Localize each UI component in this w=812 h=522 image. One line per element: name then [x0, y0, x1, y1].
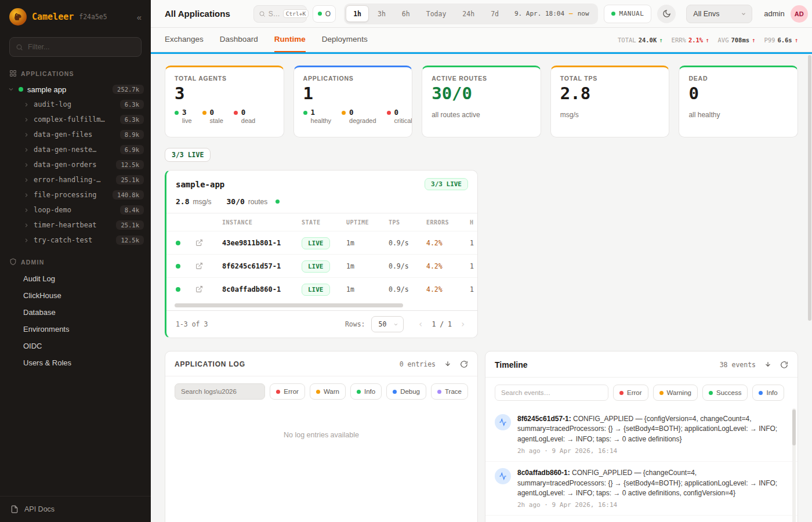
count-badge: 6.3k [120, 115, 144, 124]
environment-select[interactable]: All Envs [686, 5, 752, 23]
log-filter-chip[interactable]: Info [350, 383, 382, 400]
sidebar-collapse-button[interactable]: « [137, 13, 142, 21]
chevron-right-icon [23, 207, 30, 213]
sidebar-item-route[interactable]: complex-fulfillm… 6.3k [0, 112, 151, 127]
column-uptime: UPTIME [346, 219, 389, 226]
tab-runtime[interactable]: Runtime [274, 28, 306, 52]
table-row[interactable]: 8c0affadb860-1 LIVE 1m 0.9/s 4.2% 1 [166, 277, 477, 300]
metric-label: P99 [764, 37, 775, 44]
tab-exchanges[interactable]: Exchanges [165, 28, 204, 52]
status-dot-icon [202, 111, 206, 115]
sidebar-item-route[interactable]: error-handling-… 25.1k [0, 172, 151, 187]
timeline-filter-chip[interactable]: Warning [653, 385, 698, 401]
timeline-filter-chip[interactable]: Info [752, 385, 784, 401]
count-badge: 6.9k [120, 145, 144, 154]
time-range-3h[interactable]: 3h [370, 5, 393, 22]
sidebar-item-admin[interactable]: Users & Roles [0, 354, 151, 371]
log-filter-chip[interactable]: Debug [386, 383, 426, 400]
log-filter-chip[interactable]: Warn [310, 383, 346, 400]
timeline-filter-chip[interactable]: Error [613, 385, 648, 401]
sidebar-item-route[interactable]: file-processing 140.8k [0, 187, 151, 202]
timeline-event[interactable]: 43ee9811b801-1: CONFIG_APPLIED — {change… [485, 516, 798, 522]
timeline-scrollbar-thumb[interactable] [792, 409, 796, 445]
timeline-filter-label: Success [716, 389, 741, 396]
sidebar-item-api-docs[interactable]: API Docs [0, 496, 151, 522]
mini-stat-value: 0 [394, 108, 412, 117]
table-row[interactable]: 43ee9811b801-1 LIVE 1m 0.9/s 4.2% 1 [166, 231, 477, 254]
external-link-icon[interactable] [195, 239, 222, 246]
stat-card-dead: DEAD 0 all healthy [679, 66, 798, 137]
time-range-today[interactable]: Today [419, 5, 454, 22]
page-scrollbar-thumb[interactable] [808, 55, 811, 321]
timeline-filter-chip[interactable]: Success [702, 385, 748, 401]
horizontal-scrollbar [173, 303, 470, 307]
time-range-1h[interactable]: 1h [346, 5, 369, 22]
sidebar-item-admin[interactable]: OIDC [0, 338, 151, 354]
column-tps: TPS [389, 219, 426, 226]
severity-dot-icon [709, 391, 713, 395]
application-name[interactable]: sample-app [176, 180, 224, 189]
stat-card-total-tps: TOTAL TPS 2.8 msg/s [550, 66, 670, 137]
sidebar-item-sample-app[interactable]: sample app 252.7k [0, 82, 151, 97]
timeline-event[interactable]: 8f6245c61d57-1: CONFIG_APPLIED — {config… [485, 408, 798, 462]
user-avatar[interactable]: AD [791, 5, 808, 23]
sidebar-item-admin[interactable]: Environments [0, 321, 151, 338]
time-range-24h[interactable]: 24h [455, 5, 482, 22]
previous-page-button[interactable]: ‹ [413, 317, 428, 332]
external-link-icon[interactable] [195, 285, 222, 293]
sidebar-item-route[interactable]: timer-heartbeat 25.1k [0, 217, 151, 233]
cell-tps: 0.9/s [389, 262, 426, 270]
search-icon [16, 44, 23, 51]
tab-dashboard[interactable]: Dashboard [220, 28, 258, 52]
log-search-input[interactable] [181, 388, 259, 395]
log-filter-chip[interactable]: Trace [431, 383, 468, 400]
sidebar-item-route[interactable]: try-catch-test 12.5k [0, 233, 151, 248]
metric-label: TOTAL [618, 37, 636, 44]
manual-mode-button[interactable]: MANUAL [604, 5, 652, 23]
external-link-icon[interactable] [195, 262, 222, 270]
time-range-7d[interactable]: 7d [483, 5, 506, 22]
rows-per-page-select[interactable]: 50 [371, 316, 404, 332]
stat-card-label: TOTAL TPS [560, 75, 660, 82]
stat-card-applications: APPLICATIONS 1 1 healthy [293, 66, 413, 137]
sidebar-item-route[interactable]: data-gen-orders 12.5k [0, 157, 151, 172]
sidebar-item-admin[interactable]: Audit Log [0, 270, 151, 287]
event-timestamp: 2h ago · 9 Apr 2026, 16:14 [517, 447, 782, 455]
stat-card-value: 1 [303, 85, 403, 103]
live-summary-chip[interactable]: 3/3 LIVE [165, 148, 211, 162]
stat-card-label: DEAD [688, 75, 788, 82]
time-range-display[interactable]: 9. Apr. 18:04 — now [507, 10, 596, 17]
applications-section-header: APPLICATIONS [0, 59, 151, 82]
next-page-button[interactable]: › [455, 317, 470, 332]
sidebar-item-admin[interactable]: ClickHouse [0, 287, 151, 304]
log-filter-chip[interactable]: Error [270, 383, 305, 400]
tab-deployments[interactable]: Deployments [322, 28, 368, 52]
log-panel-controls: Error Warn Info [165, 376, 477, 407]
stat-card-value: 0 [688, 85, 788, 103]
refresh-icon[interactable] [460, 360, 468, 368]
timeline-search-input[interactable] [501, 389, 602, 396]
horizontal-scrollbar-thumb[interactable] [175, 303, 403, 307]
timeline-event[interactable]: 8c0affadb860-1: CONFIG_APPLIED — {change… [485, 462, 798, 516]
dark-mode-toggle[interactable] [657, 5, 676, 23]
tps-value: 2.8 [176, 197, 189, 206]
sidebar-item-route[interactable]: loop-demo 8.4k [0, 202, 151, 217]
table-row[interactable]: 8f6245c61d57-1 LIVE 1m 0.9/s 4.2% 1 [166, 254, 477, 277]
sidebar-filter-input[interactable] [28, 43, 135, 51]
online-status-chip[interactable]: O [313, 5, 336, 23]
mini-stat-value: 0 [210, 108, 223, 117]
refresh-icon[interactable] [780, 361, 788, 369]
timeline-controls: Error Warning Success [485, 378, 798, 408]
sidebar-item-route[interactable]: data-gen-files 8.9k [0, 127, 151, 142]
sidebar-item-route[interactable]: data-gen-neste… 6.9k [0, 142, 151, 157]
time-range-6h[interactable]: 6h [394, 5, 418, 22]
download-icon[interactable] [444, 360, 452, 368]
sidebar-item-admin[interactable]: Database [0, 304, 151, 321]
global-search-button[interactable]: S… Ctrl+K [253, 5, 307, 23]
mini-stat: 0 dead [234, 108, 255, 124]
download-icon[interactable] [764, 361, 772, 369]
chevron-right-icon [23, 117, 30, 123]
pagination-range: 1-3 of 3 [176, 320, 208, 328]
application-card-sample-app: sample-app 3/3 LIVE 2.8 msg/s 30/0 route… [165, 170, 478, 338]
sidebar-item-route[interactable]: audit-log 6.3k [0, 97, 151, 112]
